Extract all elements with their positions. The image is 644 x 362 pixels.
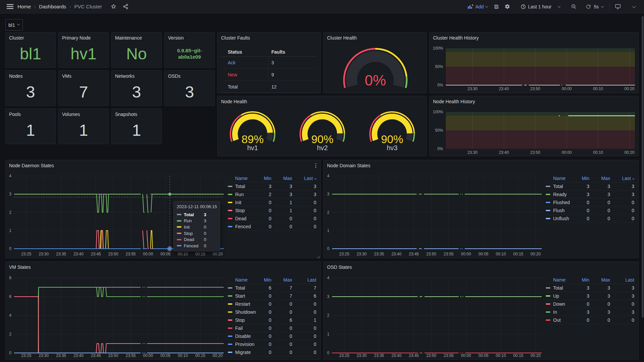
node-health-value-hv1: 89% <box>241 133 264 145</box>
refresh-picker[interactable]: 5s <box>583 4 606 9</box>
legend-header-min[interactable]: Min <box>572 176 589 181</box>
x-axis-label: 00:00 <box>561 150 572 155</box>
legend-row-shutdown[interactable]: Shutdown000 <box>228 308 316 316</box>
legend-series-name: Down <box>553 301 572 307</box>
cluster-health-history-panel: Cluster Health History0%50%100%23:3023:4… <box>429 32 639 93</box>
x-axis-label: 00:05 <box>160 353 170 358</box>
panel-menu-button[interactable] <box>313 163 318 168</box>
legend-header-last[interactable]: Last <box>610 176 634 181</box>
variable-picker-cluster[interactable]: bl1 <box>5 19 23 31</box>
legend-header-min[interactable]: Min <box>254 176 271 181</box>
legend-last-value: 0 <box>610 200 634 205</box>
breadcrumb-dashboards[interactable]: Dashboards <box>39 4 66 9</box>
time-range-picker[interactable]: Last 1 hour <box>518 4 563 9</box>
zoom-out-time-button[interactable] <box>569 2 578 11</box>
legend-header-name[interactable]: Name <box>228 277 254 283</box>
legend-row-total[interactable]: Total677 <box>228 284 316 292</box>
legend-header-name[interactable]: Name <box>546 176 572 181</box>
tooltip-series-swatch <box>177 239 181 240</box>
y-axis-label: 6 <box>9 294 11 299</box>
legend-row-unflush[interactable]: Unflush000 <box>546 215 634 223</box>
legend-header-max[interactable]: Max <box>271 176 292 181</box>
legend-header-max[interactable]: Max <box>589 277 610 283</box>
stat-panel-pools: Pools1 <box>5 109 56 144</box>
legend-header-min[interactable]: Min <box>572 277 589 283</box>
legend-row-fail[interactable]: Fail000 <box>228 324 316 332</box>
legend-min-value: 0 <box>572 317 589 323</box>
stat-panel-cluster: Clusterbl1 <box>5 32 56 68</box>
legend-max-value: 0 <box>271 309 292 315</box>
faults-count-value: 3 <box>271 60 317 65</box>
kiosk-mode-button[interactable] <box>613 2 623 11</box>
legend-row-in[interactable]: In333 <box>546 308 634 316</box>
legend-row-disable[interactable]: Disable000 <box>228 332 316 340</box>
legend-series-name: Init <box>235 200 254 205</box>
series-run <box>143 194 145 212</box>
faults-table-header: StatusFaults <box>221 47 317 57</box>
legend-row-dead[interactable]: Dead000 <box>228 215 316 223</box>
legend-row-fenced[interactable]: Fenced000 <box>228 223 316 231</box>
legend-row-flush[interactable]: Flush000 <box>546 206 634 215</box>
legend-series-swatch <box>546 319 550 321</box>
x-axis-label: 23:50 <box>426 252 436 256</box>
y-axis-label: 3 <box>9 192 11 196</box>
legend-row-init[interactable]: Init010 <box>228 198 316 206</box>
legend-header-max[interactable]: Max <box>589 176 610 181</box>
legend-header-last[interactable]: Last <box>292 176 316 181</box>
faults-status-label[interactable]: Ack <box>221 60 271 65</box>
favorite-star-button[interactable] <box>109 2 118 11</box>
y-axis-label: 2 <box>9 210 11 215</box>
y-axis-label: 0 <box>9 246 11 251</box>
legend-header-min[interactable]: Min <box>254 277 271 283</box>
y-axis-label: 3 <box>327 294 329 299</box>
legend-row-flushed[interactable]: Flushed000 <box>546 198 634 206</box>
legend-row-total[interactable]: Total333 <box>546 284 634 292</box>
y-axis-label: 3 <box>327 192 329 196</box>
page-scrollbar-thumb[interactable] <box>642 16 644 318</box>
add-panel-button[interactable]: Add <box>465 4 490 9</box>
legend-min-value: 2 <box>254 192 271 197</box>
time-range-label: Last 1 hour <box>528 4 551 9</box>
x-axis-label: 23:25 <box>339 252 349 256</box>
dashboard-settings-button[interactable] <box>502 2 512 11</box>
legend-row-provision[interactable]: Provision000 <box>228 340 316 348</box>
legend-row-restart[interactable]: Restart000 <box>228 300 316 308</box>
legend-row-total[interactable]: Total333 <box>546 182 634 190</box>
panel-resize-handle[interactable] <box>317 254 320 257</box>
legend-row-stop[interactable]: Stop061 <box>228 316 316 324</box>
add-panel-icon <box>468 4 473 9</box>
faults-status-label[interactable]: New <box>221 72 271 77</box>
breadcrumb-current-dashboard[interactable]: PVC Cluster <box>74 4 102 9</box>
legend-row-down[interactable]: Down000 <box>546 300 634 308</box>
legend-last-value: 0 <box>292 224 316 229</box>
legend-row-run[interactable]: Run233 <box>228 190 316 198</box>
legend-row-up[interactable]: Up333 <box>546 292 634 300</box>
legend-row-stop[interactable]: Stop010 <box>228 206 316 215</box>
legend-row-migrate[interactable]: Migrate000 <box>228 348 316 356</box>
variable-value: bl1 <box>8 22 15 28</box>
legend-row-out[interactable]: Out000 <box>546 316 634 324</box>
legend-header-name[interactable]: Name <box>228 176 254 181</box>
legend-row-total[interactable]: Total333 <box>228 182 316 190</box>
legend-header-name[interactable]: Name <box>546 277 572 283</box>
tooltip-series-value: 0 <box>204 237 206 242</box>
legend-series-swatch <box>228 303 232 305</box>
tooltip-series-name: Run <box>184 218 204 223</box>
legend-header-last[interactable]: Last <box>292 277 316 283</box>
collapse-toolbar-button[interactable] <box>629 2 639 11</box>
breadcrumb-home[interactable]: Home <box>17 4 31 9</box>
legend-row-ready[interactable]: Ready333 <box>546 190 634 198</box>
x-axis-label: 23:35 <box>56 353 66 358</box>
legend-max-value: 0 <box>271 342 292 347</box>
legend-row-start[interactable]: Start076 <box>228 292 316 300</box>
save-icon <box>494 4 499 9</box>
stat-value: bl1 <box>6 41 55 66</box>
x-axis-label: 23:25 <box>21 252 31 256</box>
save-dashboard-button[interactable] <box>492 2 501 11</box>
share-dashboard-button[interactable] <box>121 2 130 11</box>
legend-header-last[interactable]: Last <box>610 277 634 283</box>
menu-toggle-button[interactable] <box>5 2 15 11</box>
legend-last-value: 0 <box>292 342 316 347</box>
cluster-health-gauge: 0% <box>324 33 427 94</box>
legend-header-max[interactable]: Max <box>271 277 292 283</box>
